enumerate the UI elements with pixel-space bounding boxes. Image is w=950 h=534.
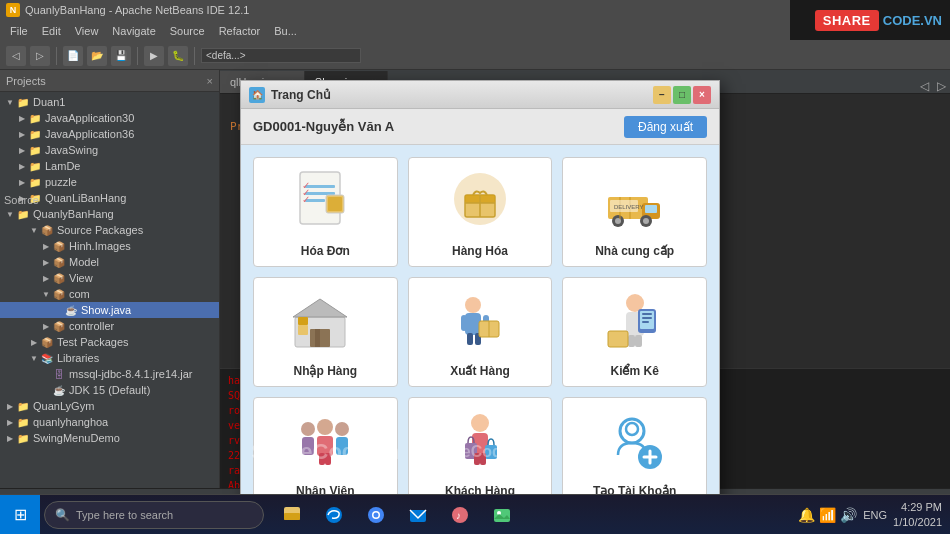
tree-item-duan1[interactable]: ▼ 📁 Duan1 <box>0 94 219 110</box>
folder-icon: 📁 <box>16 431 30 445</box>
tree-item-hinh-images[interactable]: ▶ 📦 Hinh.Images <box>0 238 219 254</box>
taskbar-icon-explorer[interactable] <box>272 495 312 535</box>
folder-icon: 📁 <box>28 111 42 125</box>
menu-file[interactable]: File <box>4 23 34 39</box>
projects-close-button[interactable]: × <box>207 75 213 87</box>
tray-area: 🔔 📶 🔊 ENG 4:29 PM 1/10/2021 <box>790 500 950 529</box>
package-icon: 📦 <box>52 255 66 269</box>
folder-icon: 📁 <box>28 143 42 157</box>
card-nha-cung-cap[interactable]: DELIVERY Nhà cung cấp <box>562 157 707 267</box>
taskbar-icon-edge[interactable] <box>314 495 354 535</box>
taskbar-icon-photos[interactable] <box>482 495 522 535</box>
tree-item-quanlybanhang[interactable]: ▼ 📁 QuanlyBanHang <box>0 206 219 222</box>
card-xuat-hang[interactable]: Xuất Hàng <box>408 277 553 387</box>
folder-icon: 📁 <box>28 159 42 173</box>
tray-time: 4:29 PM <box>901 500 942 514</box>
start-button[interactable]: ⊞ <box>0 495 40 535</box>
svg-rect-44 <box>642 313 652 315</box>
expand-arrow: ▶ <box>40 242 52 251</box>
expand-arrow: ▼ <box>4 98 16 107</box>
tree-item-jdk15[interactable]: ☕ JDK 15 (Default) <box>0 382 219 398</box>
tree-item-mssql-jar[interactable]: 🗄 mssql-jdbc-8.4.1.jre14.jar <box>0 366 219 382</box>
tree-item-source-packages[interactable]: ▼ 📦 Source Packages <box>0 222 219 238</box>
svg-point-58 <box>471 414 489 432</box>
expand-arrow: ▼ <box>40 290 52 299</box>
tree-item-javaapp36[interactable]: ▶ 📁 JavaApplication36 <box>0 126 219 142</box>
menu-source[interactable]: Source <box>164 23 211 39</box>
tree-item-view[interactable]: ▶ 📦 View <box>0 270 219 286</box>
tree-label: View <box>69 272 93 284</box>
tab-right-arrow[interactable]: ▷ <box>933 79 950 93</box>
maximize-button[interactable]: □ <box>673 86 691 104</box>
expand-arrow: ▶ <box>16 146 28 155</box>
new-file-button[interactable]: 📄 <box>63 46 83 66</box>
svg-rect-55 <box>336 437 348 455</box>
forward-button[interactable]: ▷ <box>30 46 50 66</box>
card-icon-khach-hang <box>413 406 548 478</box>
menu-edit[interactable]: Edit <box>36 23 67 39</box>
dialog-titlebar[interactable]: 🏠 Trang Chủ − □ × <box>241 81 719 109</box>
tree-item-test-packages[interactable]: ▶ 📦 Test Packages <box>0 334 219 350</box>
menu-view[interactable]: View <box>69 23 105 39</box>
projects-panel: Projects × ▼ 📁 Duan1 ▶ 📁 JavaApplication… <box>0 70 220 488</box>
netbeans-icon: N <box>6 3 20 17</box>
card-nhap-hang[interactable]: Nhập Hàng <box>253 277 398 387</box>
tree-item-puzzle[interactable]: ▶ 📁 puzzle <box>0 174 219 190</box>
tree-item-com[interactable]: ▼ 📦 com <box>0 286 219 302</box>
tree-label: com <box>69 288 90 300</box>
tree-item-javaapp30[interactable]: ▶ 📁 JavaApplication30 <box>0 110 219 126</box>
svg-rect-63 <box>480 453 486 465</box>
tree-item-libraries[interactable]: ▼ 📚 Libraries <box>0 350 219 366</box>
svg-text:✓: ✓ <box>302 194 310 205</box>
logout-button[interactable]: Đăng xuất <box>624 116 707 138</box>
taskbar-icon-mail[interactable] <box>398 495 438 535</box>
taskbar-icon-chrome[interactable] <box>356 495 396 535</box>
tree-label: controller <box>69 320 114 332</box>
card-nhan-vien[interactable]: ShareCode.vn <box>253 397 398 507</box>
menu-refactor[interactable]: Refactor <box>213 23 267 39</box>
folder-icon: 📁 <box>28 175 42 189</box>
tree-item-quanlyhanghoa[interactable]: ▶ 📁 quanlyhanghoa <box>0 414 219 430</box>
card-khach-hang[interactable]: ShareCode.vn <box>408 397 553 507</box>
run-button[interactable]: ▶ <box>144 46 164 66</box>
back-button[interactable]: ◁ <box>6 46 26 66</box>
taskbar-icon-music[interactable]: ♪ <box>440 495 480 535</box>
dialog-title: Trang Chủ <box>271 88 331 102</box>
search-input[interactable]: 🔍 Type here to search <box>44 501 264 529</box>
tree-item-controller[interactable]: ▶ 📦 controller <box>0 318 219 334</box>
library-icon: 📚 <box>40 351 54 365</box>
menu-navigate[interactable]: Navigate <box>106 23 161 39</box>
close-button[interactable]: × <box>693 86 711 104</box>
tree-item-lamde[interactable]: ▶ 📁 LamDe <box>0 158 219 174</box>
tree-label: Libraries <box>57 352 99 364</box>
card-hoa-don[interactable]: ✓ ✓ ✓ Hóa Đơn <box>253 157 398 267</box>
tree-label: QuanLiBanHang <box>45 192 126 204</box>
svg-point-74 <box>374 512 379 517</box>
tree-item-swingmenudemo[interactable]: ▶ 📁 SwingMenuDemo <box>0 430 219 446</box>
tree-item-model[interactable]: ▶ 📦 Model <box>0 254 219 270</box>
svg-rect-36 <box>467 333 473 345</box>
tree-label: SwingMenuDemo <box>33 432 120 444</box>
tree-item-quanlygym[interactable]: ▶ 📁 QuanLyGym <box>0 398 219 414</box>
tree-label: Source Packages <box>57 224 143 236</box>
save-button[interactable]: 💾 <box>111 46 131 66</box>
debug-button[interactable]: 🐛 <box>168 46 188 66</box>
menu-build[interactable]: Bu... <box>268 23 303 39</box>
svg-point-50 <box>301 422 315 436</box>
tree-item-javaswing[interactable]: ▶ 📁 JavaSwing <box>0 142 219 158</box>
card-kiem-ke[interactable]: Kiểm Kê <box>562 277 707 387</box>
minimize-button[interactable]: − <box>653 86 671 104</box>
folder-icon: 📁 <box>16 95 30 109</box>
package-icon: 📦 <box>52 319 66 333</box>
card-hang-hoa[interactable]: Hàng Hóa <box>408 157 553 267</box>
tray-wifi-icon: 📶 <box>819 507 836 523</box>
tree-label: QuanLyGym <box>33 400 94 412</box>
tree-item-show-java[interactable]: ☕ Show.java <box>0 302 219 318</box>
trang-chu-dialog[interactable]: 🏠 Trang Chủ − □ × GD0001-Nguyễn Văn A Đă… <box>240 80 720 520</box>
tab-left-arrow[interactable]: ◁ <box>916 79 933 93</box>
toolbar-separator <box>56 47 57 65</box>
card-tao-tai-khoan[interactable]: Tạo Tài Khoản <box>562 397 707 507</box>
card-icon-nha-cung-cap: DELIVERY <box>567 166 702 238</box>
open-button[interactable]: 📂 <box>87 46 107 66</box>
svg-rect-62 <box>474 453 480 465</box>
